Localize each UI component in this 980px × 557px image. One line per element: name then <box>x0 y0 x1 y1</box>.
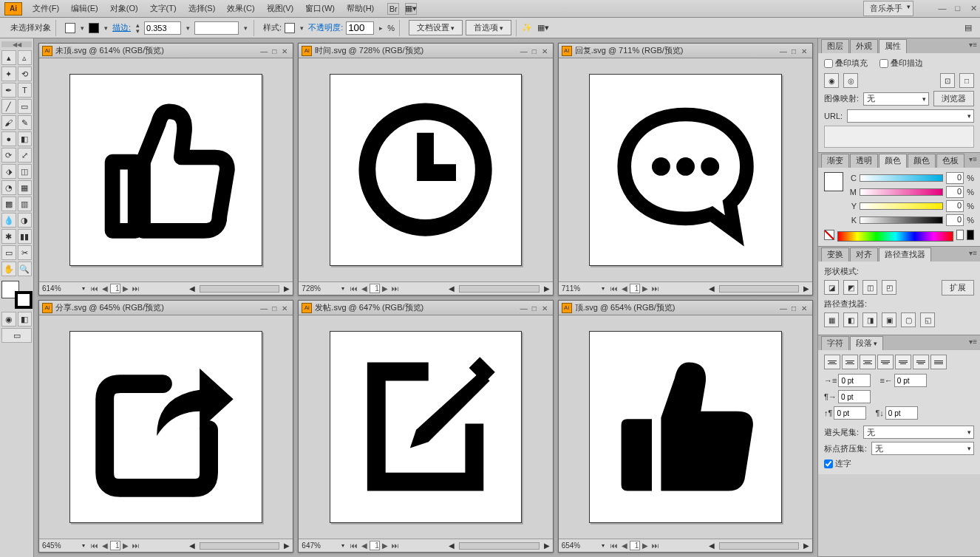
scale-tool[interactable]: ⤢ <box>18 148 33 163</box>
unite-icon[interactable]: ◪ <box>824 280 839 295</box>
scroll-right-button[interactable]: ▶ <box>803 284 809 293</box>
url-input[interactable] <box>847 109 974 123</box>
tab-color[interactable]: 颜色 <box>879 154 907 168</box>
hand-tool[interactable]: ✋ <box>1 262 16 276</box>
first-artboard-button[interactable]: ⏮ <box>609 541 619 550</box>
lasso-tool[interactable]: ⟲ <box>18 66 33 81</box>
scroll-right-button[interactable]: ▶ <box>284 284 290 293</box>
scroll-right-button[interactable]: ▶ <box>544 541 550 550</box>
zoom-level[interactable]: 647% <box>302 541 337 550</box>
prev-artboard-button[interactable]: ◀ <box>619 284 630 293</box>
free-transform-tool[interactable]: ◫ <box>18 164 33 179</box>
zoom-level[interactable]: 728% <box>302 284 337 293</box>
divide-icon[interactable]: ▦ <box>824 312 839 327</box>
space-after-field[interactable]: ¶↓ <box>875 406 917 420</box>
blend-tool[interactable]: ◑ <box>18 213 33 228</box>
document-canvas[interactable] <box>299 58 552 281</box>
shape-builder-tool[interactable]: ◔ <box>1 180 16 195</box>
tab-transparency[interactable]: 透明 <box>850 154 878 168</box>
scroll-left-button[interactable]: ◀ <box>709 541 715 550</box>
first-artboard-button[interactable]: ⏮ <box>349 284 359 293</box>
next-artboard-button[interactable]: ▶ <box>120 541 131 550</box>
magic-wand-icon[interactable]: ✨ <box>521 22 533 34</box>
last-artboard-button[interactable]: ⏭ <box>390 284 401 293</box>
align-icon[interactable]: ▦▾ <box>537 22 549 34</box>
black-slider[interactable] <box>860 216 943 224</box>
prev-artboard-button[interactable]: ◀ <box>359 284 370 293</box>
stroke-stepper[interactable]: ▴▾ <box>134 22 141 34</box>
tab-swatches[interactable]: 色板 <box>936 154 964 168</box>
doc-close-button[interactable]: ✕ <box>540 304 550 312</box>
first-artboard-button[interactable]: ⏮ <box>89 284 100 293</box>
document-canvas[interactable] <box>39 58 293 281</box>
doc-close-button[interactable]: ✕ <box>799 47 809 55</box>
ligature-checkbox[interactable]: 连字 <box>824 458 851 469</box>
align-right-button[interactable] <box>860 355 876 369</box>
artboard-number[interactable]: 1 <box>370 284 380 293</box>
h-scrollbar[interactable] <box>200 542 279 550</box>
exclude-icon[interactable]: ◰ <box>882 280 896 295</box>
pencil-tool[interactable]: ✎ <box>18 115 33 130</box>
fill-stroke-indicator[interactable] <box>1 281 33 309</box>
doc-maximize-button[interactable]: □ <box>529 47 540 55</box>
align-center-button[interactable] <box>842 355 858 369</box>
menu-effect[interactable]: 效果(C) <box>221 1 260 16</box>
panel-menu-icon[interactable]: ▤ <box>962 22 974 34</box>
zoom-level[interactable]: 614% <box>42 284 78 293</box>
symbol-sprayer-tool[interactable]: ✱ <box>1 229 16 244</box>
doc-maximize-button[interactable]: □ <box>529 304 540 312</box>
next-artboard-button[interactable]: ▶ <box>380 541 390 550</box>
h-scrollbar[interactable] <box>719 285 799 293</box>
pen-tool[interactable]: ✒ <box>1 83 16 98</box>
minus-front-icon[interactable]: ◩ <box>843 280 858 295</box>
workspace-switcher[interactable]: 音乐杀手 <box>863 1 913 16</box>
panel-menu-icon[interactable]: ▾≡ <box>969 249 977 257</box>
next-artboard-button[interactable]: ▶ <box>640 284 650 293</box>
cyan-value[interactable]: 0 <box>946 172 964 184</box>
scroll-right-button[interactable]: ▶ <box>803 541 809 550</box>
zoom-level[interactable]: 654% <box>562 541 597 550</box>
document-setup-button[interactable]: 文档设置 <box>409 20 463 35</box>
h-scrollbar[interactable] <box>719 542 799 550</box>
color-spectrum[interactable] <box>837 231 953 242</box>
scroll-right-button[interactable]: ▶ <box>284 541 290 550</box>
indent-left-field[interactable]: →≡ <box>824 374 871 387</box>
color-fill-stroke-icon[interactable] <box>824 172 843 191</box>
magenta-slider[interactable] <box>860 188 943 196</box>
tab-character[interactable]: 字符 <box>821 336 849 350</box>
doc-close-button[interactable]: ✕ <box>540 47 550 55</box>
overprint-fill-checkbox[interactable]: 叠印填充 <box>824 58 868 69</box>
zoom-tool[interactable]: 🔍 <box>18 262 33 276</box>
gradient-mode-icon[interactable]: ◧ <box>18 312 33 327</box>
screen-mode-tool[interactable]: ▭ <box>1 328 32 343</box>
color-mode-icon[interactable]: ◉ <box>1 312 16 327</box>
perspective-tool[interactable]: ▦ <box>18 180 33 195</box>
document-titlebar[interactable]: Ai时间.svg @ 728% (RGB/预览)—□✕ <box>299 44 552 58</box>
tab-paragraph[interactable]: 段落 <box>850 336 883 350</box>
document-titlebar[interactable]: Ai发帖.svg @ 647% (RGB/预览)—□✕ <box>299 301 552 315</box>
artboard-number[interactable]: 1 <box>630 284 640 293</box>
last-artboard-button[interactable]: ⏭ <box>650 284 661 293</box>
outline-icon[interactable]: ▢ <box>901 312 916 327</box>
doc-minimize-button[interactable]: — <box>778 304 789 312</box>
crop-icon[interactable]: ▣ <box>882 312 896 327</box>
align-left-button[interactable] <box>824 355 840 369</box>
tab-color-2[interactable]: 颜色 <box>908 154 936 168</box>
first-artboard-button[interactable]: ⏮ <box>349 541 359 550</box>
intersect-icon[interactable]: ◫ <box>862 280 877 295</box>
document-titlebar[interactable]: Ai顶.svg @ 654% (RGB/预览)—□✕ <box>559 301 812 315</box>
black-swatch[interactable] <box>967 230 974 240</box>
tab-attributes[interactable]: 属性 <box>879 39 907 53</box>
doc-maximize-button[interactable]: □ <box>269 47 279 55</box>
doc-minimize-button[interactable]: — <box>259 47 269 55</box>
style-swatch[interactable] <box>285 23 295 33</box>
first-line-indent-field[interactable]: ¶→ <box>824 390 871 403</box>
tab-layers[interactable]: 图层 <box>821 39 849 53</box>
none-swatch-icon[interactable] <box>824 230 834 240</box>
document-canvas[interactable] <box>299 315 552 539</box>
panel-menu-icon[interactable]: ▾≡ <box>969 41 977 49</box>
opacity-input[interactable] <box>346 21 374 35</box>
expand-button[interactable]: 扩展 <box>942 280 974 295</box>
close-button[interactable]: ✕ <box>967 4 980 13</box>
arrange-icon[interactable]: ▦▾ <box>405 3 417 15</box>
